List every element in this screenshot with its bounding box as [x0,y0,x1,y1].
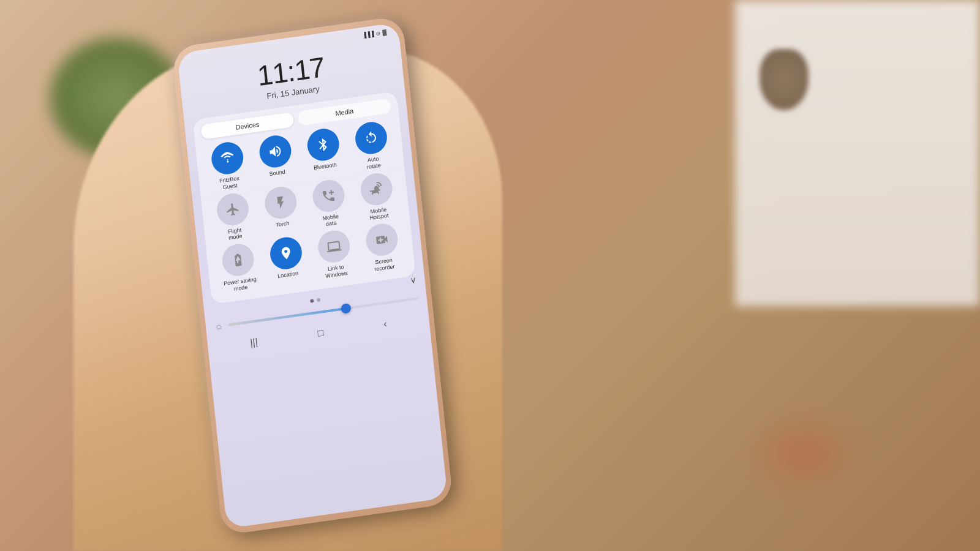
mobiledata-label: Mobiledata [322,213,340,228]
linktowindows-toggle-icon [316,228,351,264]
toggle-location[interactable]: Location [262,234,312,288]
screenrecorder-toggle-icon [364,222,399,258]
powersaving-toggle-icon [221,242,255,278]
battery-icon [230,252,246,268]
autorotate-label: Autorotate [366,156,381,171]
home-button[interactable]: □ [317,327,324,339]
page-dots [310,298,320,302]
sound-toggle-icon [258,133,293,170]
autorotate-icon [363,130,379,146]
toggle-flightmode[interactable]: Flightmode [208,190,258,244]
location-label: Location [277,270,299,279]
record-icon [374,231,390,248]
toggle-mobiledata[interactable]: Mobiledata [304,177,354,231]
torch-icon [273,194,288,211]
dot-2 [316,298,320,302]
wifi-status-icon: ⊙ [375,30,381,37]
dot-1 [310,299,314,303]
autorotate-toggle-icon [353,120,388,156]
bg-surface [747,416,858,490]
bg-wall [735,0,980,306]
toggle-mobilehotspot[interactable]: MobileHotspot [352,170,402,224]
wifi-label: FritzBoxGuest [219,175,241,191]
location-toggle-icon [268,235,303,271]
brightness-icon: ☼ [214,320,224,332]
bluetooth-toggle-icon [306,127,341,163]
back-button[interactable]: ‹ [383,318,387,330]
toggle-bluetooth[interactable]: Bluetooth [298,126,349,179]
toggle-powersaving[interactable]: Power savingmode [213,241,263,295]
mobiledata-icon [320,187,336,204]
link-icon [326,238,342,255]
bluetooth-icon [315,137,331,153]
sound-icon [267,143,283,160]
wifi-toggle-icon [209,140,244,176]
toggle-torch[interactable]: Torch [256,184,306,238]
toggles-grid: FritzBoxGuest Sound [203,119,408,294]
toggle-autorotate[interactable]: Autorotate [347,119,397,173]
hotspot-icon [368,181,384,197]
status-icons: ▐▐▐ ⊙ ▓ [362,29,386,38]
bg-cone [760,49,809,110]
plane-icon [224,201,240,217]
scene: ▐▐▐ ⊙ ▓ 11:17 Fri, 15 January Devices Me… [0,0,980,551]
sound-label: Sound [269,169,285,178]
signal-icon: ▐▐▐ [362,31,374,39]
quick-settings-panel: Devices Media FritzBoxGuest [192,91,415,304]
recent-apps-button[interactable]: ||| [249,336,258,348]
brightness-thumb[interactable] [341,303,352,314]
torch-label: Torch [276,220,290,228]
phone-screen: ▐▐▐ ⊙ ▓ 11:17 Fri, 15 January Devices Me… [177,23,448,529]
expand-chevron[interactable]: ∨ [410,274,417,285]
toggle-sound[interactable]: Sound [251,132,301,186]
location-icon [277,245,293,261]
screenrecorder-label: Screenrecorder [374,257,395,272]
flightmode-label: Flightmode [228,227,243,242]
mobilehotspot-label: MobileHotspot [369,206,389,222]
powersaving-label: Power savingmode [224,276,258,294]
wifi-icon [219,150,235,167]
linktowindows-label: Link toWindows [325,263,348,280]
flightmode-toggle-icon [215,191,250,227]
toggle-wifi[interactable]: FritzBoxGuest [203,139,253,193]
mobilehotspot-toggle-icon [359,171,394,207]
torch-toggle-icon [263,184,298,220]
toggle-screenrecorder[interactable]: Screenrecorder [357,221,407,275]
battery-status-icon: ▓ [382,29,387,36]
mobiledata-toggle-icon [311,178,346,214]
bluetooth-label: Bluetooth [314,162,337,171]
toggle-linktowindows[interactable]: Link toWindows [309,228,360,282]
